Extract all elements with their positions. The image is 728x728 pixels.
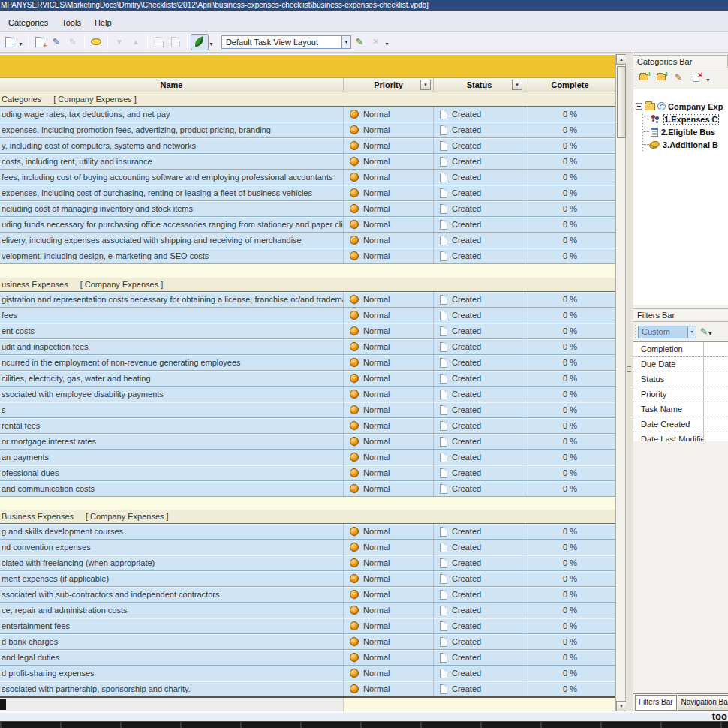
task-complete-cell[interactable]: 0 % (525, 450, 615, 465)
new-task-name-cell[interactable] (0, 698, 344, 711)
task-priority-cell[interactable]: Normal (344, 217, 434, 232)
task-status-cell[interactable]: Created (434, 465, 525, 480)
task-status-cell[interactable]: Created (434, 450, 525, 465)
task-complete-cell[interactable]: 0 % (525, 248, 615, 263)
column-header-status[interactable]: Status▼ (434, 78, 525, 92)
task-complete-cell[interactable]: 0 % (525, 481, 615, 496)
task-status-cell[interactable]: Created (434, 555, 525, 570)
task-complete-cell[interactable]: 0 % (525, 170, 615, 185)
filter-label-completion[interactable]: Completion (633, 342, 704, 356)
task-priority-cell[interactable]: Normal (344, 323, 434, 338)
table-row[interactable]: or mortgage interest ratesNormalCreated0… (0, 434, 615, 450)
task-status-cell[interactable]: Created (434, 107, 525, 122)
table-row[interactable]: d bank chargesNormalCreated0 % (0, 634, 615, 650)
chevron-down-icon[interactable]: ▼ (209, 41, 214, 47)
add-task-button[interactable]: + (32, 35, 48, 50)
task-name-cell[interactable]: entertainment fees (0, 618, 344, 633)
task-complete-cell[interactable]: 0 % (525, 308, 615, 323)
table-row[interactable]: sNormalCreated0 % (0, 402, 615, 418)
chevron-down-icon[interactable]: ▼ (705, 77, 711, 83)
task-status-cell[interactable]: Created (434, 201, 525, 216)
task-complete-cell[interactable]: 0 % (525, 138, 615, 153)
chevron-down-icon[interactable]: ▼ (18, 41, 23, 47)
filter-label-status[interactable]: Status (633, 372, 704, 387)
table-row[interactable]: ment expenses (if applicable)NormalCreat… (0, 571, 615, 587)
filter-preset-value[interactable]: Custom (638, 326, 687, 338)
task-priority-cell[interactable]: Normal (344, 618, 434, 633)
combo-dropdown-button[interactable]: ▼ (687, 326, 696, 338)
task-complete-cell[interactable]: 0 % (525, 681, 615, 696)
view-layout-combo[interactable]: Default Task View Layout ▼ (221, 35, 351, 49)
task-status-cell[interactable]: Created (434, 248, 525, 263)
table-row[interactable]: ssociated with employee disability payme… (0, 387, 615, 402)
table-row[interactable]: and legal dutiesNormalCreated0 % (0, 650, 615, 666)
filter-row[interactable]: Priority (633, 387, 728, 402)
menu-item-categories[interactable]: Categories (2, 16, 55, 29)
task-priority-cell[interactable]: Normal (344, 571, 434, 586)
task-status-cell[interactable]: Created (434, 434, 525, 449)
task-complete-cell[interactable]: 0 % (525, 371, 615, 386)
task-priority-cell[interactable]: Normal (344, 107, 434, 122)
filter-label-task-name[interactable]: Task Name (633, 402, 704, 417)
view-mode-button[interactable] (191, 34, 209, 50)
task-name-cell[interactable]: ment expenses (if applicable) (0, 571, 344, 586)
filter-value-cell[interactable] (704, 372, 728, 387)
filter-row[interactable]: Status (633, 372, 728, 387)
task-status-cell[interactable]: Created (434, 371, 525, 386)
task-name-cell[interactable]: ssociated with partnership, sponsorship … (0, 681, 344, 696)
task-complete-cell[interactable]: 0 % (525, 418, 615, 433)
task-status-cell[interactable]: Created (434, 339, 525, 354)
task-complete-cell[interactable]: 0 % (525, 217, 615, 232)
task-name-cell[interactable]: fees, including cost of buying accountin… (0, 170, 344, 185)
move-down-button[interactable]: ▼ (111, 35, 128, 50)
task-name-cell[interactable]: d profit-sharing expenses (0, 666, 344, 681)
filter-value-cell[interactable] (704, 357, 728, 372)
task-complete-cell[interactable]: 0 % (525, 233, 615, 248)
comment-button[interactable] (88, 35, 104, 50)
column-filter-button[interactable]: ▼ (512, 80, 522, 90)
task-complete-cell[interactable]: 0 % (525, 650, 615, 665)
task-complete-cell[interactable]: 0 % (525, 587, 615, 602)
task-name-cell[interactable]: expenses, including cost of purchasing, … (0, 185, 344, 200)
task-priority-cell[interactable]: Normal (344, 170, 434, 185)
task-priority-cell[interactable]: Normal (344, 524, 434, 539)
task-name-cell[interactable]: or mortgage interest rates (0, 434, 344, 449)
filter-value-cell[interactable] (704, 387, 728, 402)
scroll-up-button[interactable]: ▲ (616, 54, 627, 65)
task-status-cell[interactable]: Created (434, 540, 525, 555)
task-status-cell[interactable]: Created (434, 138, 525, 153)
task-status-cell[interactable]: Created (434, 603, 525, 618)
task-priority-cell[interactable]: Normal (344, 450, 434, 465)
task-complete-cell[interactable]: 0 % (525, 122, 615, 137)
task-status-cell[interactable]: Created (434, 681, 525, 696)
table-row[interactable]: ciated with freelancing (when appropriat… (0, 555, 615, 571)
apply-layout-button[interactable]: ✎ (351, 35, 368, 50)
table-row[interactable]: expenses, including promotion fees, adve… (0, 122, 615, 138)
table-row[interactable]: feesNormalCreated0 % (0, 308, 615, 323)
task-complete-cell[interactable]: 0 % (525, 339, 615, 354)
task-priority-cell[interactable]: Normal (344, 387, 434, 402)
table-row[interactable]: d profit-sharing expensesNormalCreated0 … (0, 666, 615, 681)
task-name-cell[interactable]: d bank charges (0, 634, 344, 649)
task-priority-cell[interactable]: Normal (344, 650, 434, 665)
task-status-cell[interactable]: Created (434, 355, 525, 370)
table-row[interactable]: and communication costsNormalCreated0 % (0, 481, 615, 497)
task-complete-cell[interactable]: 0 % (525, 292, 615, 307)
table-row[interactable]: ncluding cost of managing inventory and … (0, 201, 615, 217)
filter-value-cell[interactable] (704, 402, 728, 417)
task-status-cell[interactable]: Created (434, 650, 525, 665)
task-complete-cell[interactable]: 0 % (525, 402, 615, 417)
menu-item-tools[interactable]: Tools (55, 16, 88, 29)
filter-value-cell[interactable] (704, 342, 728, 356)
column-filter-button[interactable]: ▼ (420, 80, 431, 90)
task-complete-cell[interactable]: 0 % (525, 355, 615, 370)
task-priority-cell[interactable]: Normal (344, 402, 434, 417)
rename-task-button[interactable]: ✎ (65, 35, 81, 50)
task-name-cell[interactable]: velopment, including design, e-marketing… (0, 248, 344, 263)
task-name-cell[interactable]: and communication costs (0, 481, 344, 496)
filter-label-date-created[interactable]: Date Created (633, 417, 704, 432)
filter-label-due-date[interactable]: Due Date (633, 357, 704, 372)
task-complete-cell[interactable]: 0 % (525, 634, 615, 649)
task-priority-cell[interactable]: Normal (344, 185, 434, 200)
indent-button[interactable] (151, 35, 167, 50)
